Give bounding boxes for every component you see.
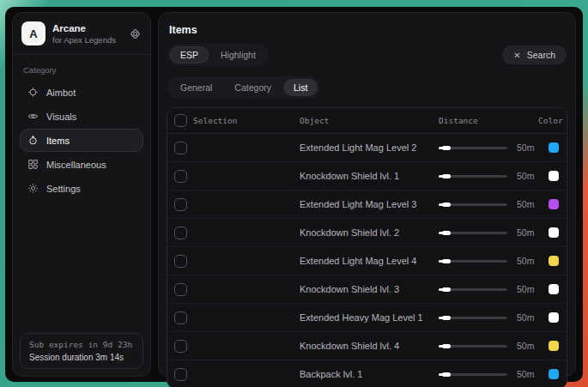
select-all-checkbox[interactable]: [174, 114, 187, 127]
color-swatch[interactable]: [549, 369, 559, 379]
diamond-badge-icon[interactable]: [129, 27, 142, 40]
color-swatch[interactable]: [549, 312, 559, 323]
row-object-label: Knockdown Shield lvl. 2: [300, 227, 439, 238]
target-icon: [27, 135, 39, 146]
sidebar-item-settings[interactable]: Settings: [20, 177, 143, 200]
tab-general[interactable]: General: [170, 79, 222, 96]
row-object-label: Extended Light Mag Level 3: [300, 199, 439, 209]
mode-tabs: ESPHighlight: [167, 44, 269, 66]
row-checkbox[interactable]: [174, 227, 187, 239]
app-logo: A: [21, 21, 45, 45]
row-checkbox[interactable]: [174, 170, 187, 183]
table-row: Knockdown Shield lvl. 1 50m: [167, 162, 567, 190]
sidebar-item-miscellaneous[interactable]: Miscellaneous: [20, 153, 143, 176]
eye-icon: [27, 111, 39, 122]
row-checkbox[interactable]: [174, 198, 187, 211]
row-checkbox[interactable]: [174, 255, 187, 268]
sub-expiry-text: Sub expires in 9d 23h: [29, 340, 134, 349]
distance-slider[interactable]: [439, 227, 507, 238]
distance-value: 50m: [517, 142, 534, 153]
crosshair-icon: [27, 87, 39, 98]
table-row: Extended Light Mag Level 4 50m: [167, 247, 567, 275]
app-window: A Arcane for Apex Legends Category Aimbo…: [5, 7, 583, 382]
color-swatch[interactable]: [549, 284, 559, 294]
distance-slider[interactable]: [439, 171, 507, 181]
app-subtitle: for Apex Legends: [52, 35, 116, 45]
distance-value: 50m: [517, 369, 534, 379]
tab-esp[interactable]: ESP: [170, 46, 209, 63]
distance-slider[interactable]: [439, 341, 507, 351]
row-checkbox[interactable]: [174, 340, 187, 353]
distance-value: 50m: [517, 341, 534, 351]
sidebar-item-aimbot[interactable]: Aimbot: [20, 81, 143, 104]
row-checkbox[interactable]: [174, 283, 187, 296]
row-object-label: Extended Light Mag Level 2: [300, 142, 439, 153]
category-label: Category: [23, 65, 140, 75]
distance-slider[interactable]: [439, 199, 507, 209]
table-row: Knockdown Shield lvl. 3 50m: [167, 275, 567, 304]
table-row: Extended Light Mag Level 2 50m: [167, 134, 567, 162]
tab-highlight[interactable]: Highlight: [210, 46, 266, 63]
color-swatch[interactable]: [549, 227, 559, 238]
row-object-label: Extended Light Mag Level 4: [300, 256, 439, 266]
row-checkbox[interactable]: [174, 311, 187, 324]
app-title: Arcane: [52, 23, 116, 33]
distance-value: 50m: [517, 256, 534, 266]
distance-value: 50m: [517, 312, 534, 323]
color-swatch[interactable]: [549, 341, 559, 351]
column-header-object: Object: [300, 116, 439, 125]
color-swatch[interactable]: [549, 171, 559, 181]
row-object-label: Knockdown Shield lvl. 1: [300, 171, 439, 181]
table-header: Selection Object Distance Color: [167, 108, 567, 134]
column-header-distance: Distance: [439, 116, 538, 125]
tab-category[interactable]: Category: [224, 79, 282, 96]
session-duration-text: Session duration 3m 14s: [29, 353, 134, 362]
sidebar-header: A Arcane for Apex Legends: [13, 13, 150, 55]
distance-slider[interactable]: [439, 142, 507, 153]
distance-slider[interactable]: [439, 312, 507, 323]
sidebar: A Arcane for Apex Legends Category Aimbo…: [12, 12, 151, 377]
distance-slider[interactable]: [439, 369, 507, 379]
distance-slider[interactable]: [439, 284, 507, 294]
row-object-label: Knockdown Shield lvl. 4: [300, 341, 439, 351]
sidebar-item-visuals[interactable]: Visuals: [20, 105, 143, 128]
column-header-selection: Selection: [193, 116, 300, 125]
search-button[interactable]: ✕ Search: [502, 45, 567, 64]
table-row: Extended Light Mag Level 3 50m: [167, 190, 567, 219]
sidebar-item-items[interactable]: Items: [20, 129, 143, 152]
table-row: Extended Heavy Mag Level 1 50m: [167, 304, 567, 332]
grid-icon: [27, 159, 39, 170]
tab-list[interactable]: List: [283, 79, 318, 96]
view-tabs: GeneralCategoryList: [167, 76, 320, 99]
row-object-label: Backpack lvl. 1: [300, 369, 439, 379]
color-swatch[interactable]: [549, 256, 559, 266]
main-panel: Items ESPHighlight ✕ Search GeneralCateg…: [158, 12, 576, 377]
distance-value: 50m: [517, 227, 534, 238]
column-header-color: Color: [538, 116, 565, 125]
color-swatch[interactable]: [549, 199, 559, 209]
row-checkbox[interactable]: [174, 142, 187, 154]
distance-value: 50m: [517, 284, 534, 294]
table-row: Knockdown Shield lvl. 4 50m: [167, 332, 567, 360]
row-object-label: Extended Heavy Mag Level 1: [300, 312, 439, 323]
distance-slider[interactable]: [439, 256, 507, 266]
x-icon: ✕: [513, 51, 520, 60]
page-title: Items: [159, 13, 575, 36]
gear-icon: [27, 183, 39, 194]
color-swatch[interactable]: [549, 142, 559, 153]
table-row: Knockdown Shield lvl. 2 50m: [167, 219, 567, 247]
distance-value: 50m: [517, 199, 534, 209]
row-object-label: Knockdown Shield lvl. 3: [300, 284, 439, 294]
distance-value: 50m: [517, 171, 534, 181]
sidebar-nav: Aimbot Visuals Items Miscellaneous Setti…: [13, 81, 150, 201]
row-checkbox[interactable]: [174, 368, 187, 381]
subscription-info-box: Sub expires in 9d 23h Session duration 3…: [20, 333, 143, 369]
table-row: Backpack lvl. 1 50m: [167, 360, 567, 387]
search-button-label: Search: [527, 50, 555, 60]
items-table: Selection Object Distance Color Extended…: [167, 107, 567, 387]
table-body: Extended Light Mag Level 2 50m Knockdown…: [167, 134, 567, 387]
